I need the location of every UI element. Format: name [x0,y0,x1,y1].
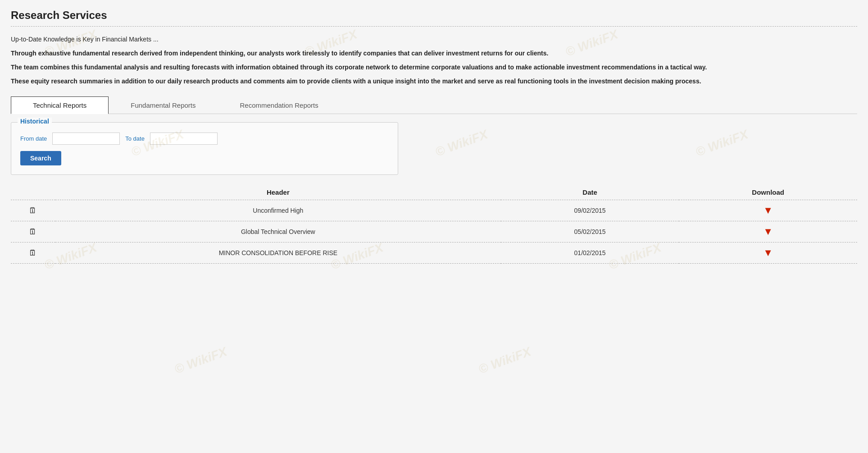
page-container: © WikiFX © WikiFX © WikiFX © WikiFX © Wi… [0,0,868,453]
download-arrow-icon[interactable]: ▼ [763,247,773,258]
row-header: Unconfirmed High [55,200,501,221]
reports-table: Header Date Download 🗓Unconfirmed High09… [11,185,857,264]
tab-recommendation[interactable]: Recommendation Reports [218,96,340,114]
tabs-bar: Technical Reports Fundamental Reports Re… [11,96,857,114]
tab-technical[interactable]: Technical Reports [11,96,109,114]
row-header: Global Technical Overview [55,221,501,243]
historical-label: Historical [18,118,52,125]
col-icon [11,185,55,200]
report-icon: 🗓 [29,206,37,215]
intro-line1: Up-to-Date Knowledge is Key in Financial… [11,35,857,44]
historical-box: Historical From date To date Search [11,122,398,175]
table-row: 🗓Unconfirmed High09/02/2015▼ [11,200,857,221]
tab-fundamental[interactable]: Fundamental Reports [109,96,218,114]
row-icon: 🗓 [11,243,55,264]
col-download: Download [679,185,857,200]
row-icon: 🗓 [11,221,55,243]
row-date: 05/02/2015 [501,221,679,243]
row-download[interactable]: ▼ [679,200,857,221]
download-arrow-icon[interactable]: ▼ [763,226,773,237]
from-date-label: From date [20,135,47,142]
historical-section: Historical From date To date Search [11,122,857,175]
to-date-label: To date [125,135,145,142]
row-download[interactable]: ▼ [679,221,857,243]
from-date-input[interactable] [52,133,120,145]
search-button[interactable]: Search [20,151,61,165]
table-row: 🗓MINOR CONSOLIDATION BEFORE RISE01/02/20… [11,243,857,264]
report-icon: 🗓 [29,248,37,257]
row-date: 09/02/2015 [501,200,679,221]
report-icon: 🗓 [29,227,37,236]
table-row: 🗓Global Technical Overview05/02/2015▼ [11,221,857,243]
to-date-input[interactable] [150,133,218,145]
intro-line2: Through exhaustive fundamental research … [11,49,857,58]
row-download[interactable]: ▼ [679,243,857,264]
col-header: Header [55,185,501,200]
download-arrow-icon[interactable]: ▼ [763,205,773,216]
row-header: MINOR CONSOLIDATION BEFORE RISE [55,243,501,264]
intro-line4: These equity research summaries in addit… [11,77,857,86]
intro-line3: The team combines this fundamental analy… [11,63,857,72]
header-divider [11,26,857,27]
row-icon: 🗓 [11,200,55,221]
row-date: 01/02/2015 [501,243,679,264]
col-date: Date [501,185,679,200]
historical-form: From date To date [20,133,389,145]
page-title: Research Services [11,9,857,22]
